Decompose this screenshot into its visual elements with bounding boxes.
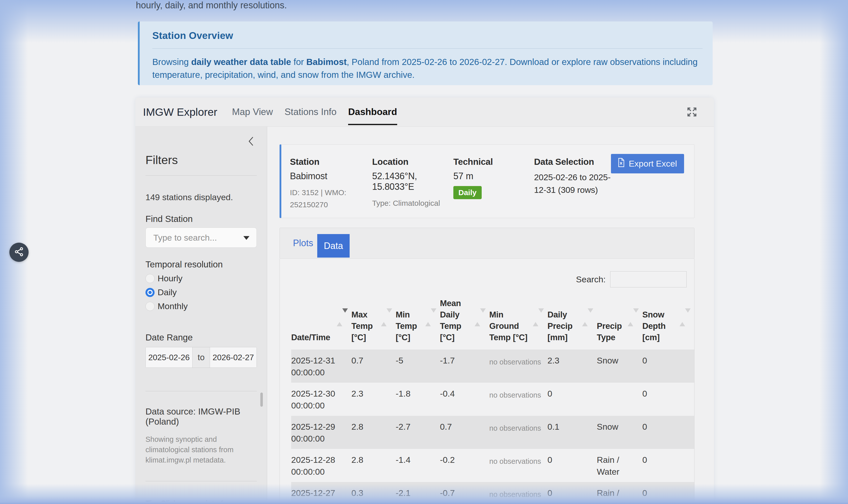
table-row[interactable]: 2025-12-27 00:00:00 0.3 -2.1 -0.7 no obs…: [291, 482, 694, 504]
technical-column: Technical 57 m Daily: [453, 157, 534, 211]
cell-snow-depth: 0: [642, 383, 694, 416]
app-body: Filters 149 stations displayed. Find Sta…: [135, 127, 714, 504]
column-header-mean-daily-temp[interactable]: Mean Daily Temp [°C]: [440, 288, 489, 349]
chevron-down-icon: [243, 236, 249, 240]
column-label: Min Ground Temp [°C]: [489, 310, 527, 342]
sort-icon[interactable]: [679, 312, 691, 323]
column-header-precip-type[interactable]: Precip Type: [597, 288, 642, 349]
date-from-input[interactable]: 2025-02-26: [146, 347, 192, 367]
radio-option-daily[interactable]: Daily: [145, 287, 257, 297]
radio-option-hourly[interactable]: Hourly: [145, 273, 257, 283]
data-source-note: Showing synoptic and climatological stat…: [145, 434, 257, 465]
data-selection-range: 2025-02-26 to 2025-12-31 (309 rows): [534, 171, 618, 196]
sort-icon[interactable]: [582, 312, 593, 323]
sort-icon[interactable]: [474, 312, 486, 323]
sidebar-divider-2: [145, 391, 257, 391]
column-header-daily-precip[interactable]: Daily Precip [mm]: [548, 288, 597, 349]
cell-mean-temp: -0.2: [440, 449, 489, 482]
date-range-label: Date Range: [145, 332, 257, 342]
radio-daily-icon[interactable]: [145, 288, 155, 297]
table-search-row: Search:: [291, 258, 694, 287]
sort-icon[interactable]: [533, 312, 544, 323]
radio-monthly-icon[interactable]: [145, 302, 155, 311]
cell-min-ground-temp: no observations: [489, 482, 548, 504]
overview-text-mid: for: [291, 57, 306, 67]
table-search-input[interactable]: [610, 271, 687, 287]
table-row[interactable]: 2025-12-31 00:00:00 0.7 -5 -1.7 no obser…: [291, 349, 694, 383]
column-label: Max Temp [°C]: [351, 310, 373, 342]
cell-min-ground-temp: no observations: [489, 416, 548, 449]
cell-mean-temp: -0.4: [440, 383, 489, 416]
station-column: Station Babimost ID: 3152 | WMO: 2521502…: [290, 157, 372, 211]
tab-plots[interactable]: Plots: [293, 238, 313, 249]
share-button[interactable]: [10, 242, 29, 262]
sort-icon-descending[interactable]: [337, 312, 348, 323]
station-elevation: 57 m: [453, 171, 534, 181]
sidebar-collapse-button[interactable]: [247, 136, 256, 147]
station-summary-card: Station Babimost ID: 3152 | WMO: 2521502…: [279, 144, 694, 218]
cell-datetime: 2025-12-29 00:00:00: [291, 416, 351, 449]
cell-max-temp: 2.8: [351, 416, 396, 449]
station-overview-title: Station Overview: [152, 30, 703, 41]
table-row[interactable]: 2025-12-28 00:00:00 2.8 -1.4 -0.2 no obs…: [291, 449, 694, 482]
export-excel-button[interactable]: Export Excel: [611, 154, 684, 174]
station-overview-body: Browsing daily weather data table for Ba…: [152, 55, 703, 81]
sort-icon[interactable]: [425, 312, 436, 323]
station-ids: ID: 3152 | WMO: 252150270: [290, 186, 361, 211]
page: hourly, daily, and monthly resolutions. …: [0, 0, 848, 504]
table-row[interactable]: 2025-12-29 00:00:00 2.8 -2.7 0.7 no obse…: [291, 416, 694, 449]
cell-min-ground-temp: no observations: [489, 349, 548, 383]
sidebar-divider-1: [145, 175, 257, 176]
resolution-badge: Daily: [453, 186, 482, 199]
station-label: Station: [290, 157, 372, 167]
location-label: Location: [372, 157, 453, 167]
cell-mean-temp: -1.7: [440, 349, 489, 383]
fullscreen-expand-icon: [686, 115, 698, 119]
radio-daily-label: Daily: [158, 287, 177, 297]
tab-data[interactable]: Data: [317, 234, 350, 257]
cell-datetime: 2025-12-28 00:00:00: [291, 449, 351, 482]
column-header-datetime[interactable]: Date/Time: [291, 288, 351, 349]
cell-daily-precip: 0: [548, 383, 597, 416]
cell-min-temp: -2.1: [396, 482, 440, 504]
cell-min-temp: -1.4: [396, 449, 440, 482]
cell-datetime: 2025-12-30 00:00:00: [291, 383, 351, 416]
column-label: Snow Depth [cm]: [642, 310, 665, 342]
app-navbar: IMGW Explorer Map View Stations Info Das…: [135, 97, 714, 127]
temporal-resolution-label: Temporal resolution: [145, 259, 257, 269]
date-to-input[interactable]: 2026-02-27: [210, 347, 257, 367]
cell-daily-precip: 0: [548, 482, 597, 504]
intro-text: hourly, daily, and monthly resolutions.: [136, 0, 287, 11]
cell-daily-precip: 0: [548, 449, 597, 482]
fullscreen-button[interactable]: [686, 106, 698, 118]
column-label: Min Temp [°C]: [396, 310, 417, 342]
station-type: Type: Climatological: [372, 197, 453, 209]
table-row[interactable]: 2025-12-30 00:00:00 2.3 -1.8 -0.4 no obs…: [291, 383, 694, 416]
cell-snow-depth: 0: [642, 482, 694, 504]
radio-monthly-label: Monthly: [158, 301, 188, 311]
column-header-max-temp[interactable]: Max Temp [°C]: [351, 288, 396, 349]
station-count-text: 149 stations displayed.: [145, 192, 257, 202]
column-header-min-temp[interactable]: Min Temp [°C]: [396, 288, 440, 349]
column-label: Precip Type: [597, 321, 622, 342]
sidebar-tip-text: Tip: Click map points (or double-click t…: [145, 498, 257, 504]
filters-title: Filters: [145, 153, 257, 167]
radio-option-monthly[interactable]: Monthly: [145, 301, 257, 311]
radio-hourly-label: Hourly: [158, 273, 183, 283]
sidebar-divider-3: [145, 481, 257, 481]
column-header-min-ground-temp[interactable]: Min Ground Temp [°C]: [489, 288, 548, 349]
nav-tab-dashboard[interactable]: Dashboard: [348, 97, 397, 127]
overview-bold-datatable: daily weather data table: [191, 57, 291, 67]
cell-precip-type: Rain / Water: [597, 449, 642, 482]
sort-icon[interactable]: [381, 312, 392, 323]
cell-min-ground-temp: no observations: [489, 383, 548, 416]
find-station-select[interactable]: Type to search...: [145, 228, 257, 248]
sidebar-scrollbar-thumb[interactable]: [260, 393, 263, 407]
find-station-label: Find Station: [145, 214, 257, 224]
nav-tab-stations-info[interactable]: Stations Info: [284, 97, 337, 127]
weather-data-table: Date/Time Max Temp [°C] Min Temp [°C] Me…: [291, 288, 694, 504]
sort-icon[interactable]: [628, 312, 639, 323]
column-header-snow-depth[interactable]: Snow Depth [cm]: [642, 288, 694, 349]
radio-hourly-icon[interactable]: [145, 274, 155, 283]
nav-tab-map-view[interactable]: Map View: [232, 97, 273, 127]
